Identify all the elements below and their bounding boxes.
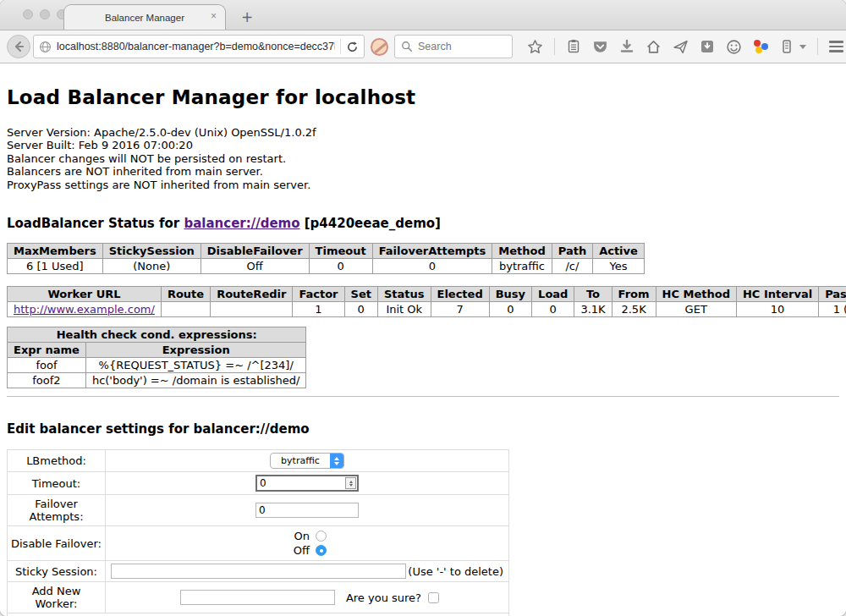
table-cell: 3.1K	[574, 302, 612, 317]
tab-balancer-manager[interactable]: Balancer Manager ×	[63, 4, 226, 30]
off-radio[interactable]	[316, 545, 327, 556]
home-icon[interactable]	[645, 39, 662, 55]
navigation-toolbar: localhost:8880/balancer-manager?b=demo&n…	[0, 30, 846, 63]
table-cell: 0	[489, 302, 531, 317]
disable-failover-on-option: On	[109, 529, 505, 543]
bookmark-star-icon[interactable]	[527, 39, 543, 55]
content-blocked-icon[interactable]	[371, 38, 388, 56]
feedback-smiley-icon[interactable]	[726, 39, 742, 55]
close-window-button[interactable]	[23, 9, 33, 19]
health-header-row: Expr name Expression	[8, 343, 306, 358]
are-you-sure-checkbox[interactable]	[428, 592, 439, 603]
save-page-icon[interactable]	[700, 39, 715, 54]
lbmethod-selected-value: bytraffic	[271, 455, 330, 466]
column-header: Worker URL	[8, 287, 162, 302]
loadbalancer-status-heading: LoadBalancer Status for balancer://demo …	[7, 216, 839, 231]
table-cell: /c/	[552, 259, 592, 274]
add-worker-label: Add New Worker:	[8, 582, 106, 613]
browser-window: Balancer Manager × + localhost:8880/bala…	[0, 0, 846, 616]
table-cell: http://www.example.com/	[8, 302, 162, 317]
back-button[interactable]	[7, 35, 30, 58]
table-cell: %{REQUEST_STATUS} =~ /^[234]/	[85, 358, 306, 373]
table-cell: Init Ok	[377, 302, 431, 317]
column-header: Method	[492, 244, 552, 259]
window-controls	[23, 9, 67, 19]
table-cell: Off	[201, 259, 309, 274]
table-cell: 1	[293, 302, 344, 317]
reading-list-icon[interactable]	[566, 39, 581, 54]
on-radio[interactable]	[316, 531, 327, 542]
column-header: Status	[377, 287, 431, 302]
column-header: StickySession	[102, 244, 201, 259]
column-header: Passes	[819, 287, 846, 302]
add-worker-input[interactable]	[180, 590, 335, 605]
notebook-extension-icon[interactable]	[779, 39, 794, 54]
search-placeholder: Search	[418, 41, 452, 52]
form-row-failover-attempts: Failover Attempts:	[8, 495, 509, 526]
status-heading-prefix: LoadBalancer Status for	[7, 216, 184, 231]
toolbar-divider	[817, 38, 818, 55]
worker-data-row: http://www.example.com/ 1 0 Init Ok 7 0 …	[8, 302, 846, 317]
column-header: DisableFailover	[201, 244, 309, 259]
column-header: FailoverAttempts	[372, 244, 492, 259]
form-row-sticky-session: Sticky Session: (Use '-' to delete)	[8, 561, 509, 582]
failover-attempts-label: Failover Attempts:	[8, 495, 106, 526]
column-header: HC Method	[656, 287, 736, 302]
column-header: MaxMembers	[8, 244, 103, 259]
lbmethod-select[interactable]: bytraffic	[270, 453, 344, 469]
status-heading-suffix: [p4420eeae_demo]	[300, 216, 441, 231]
column-header: Busy	[489, 287, 531, 302]
persist-note-line: Balancer changes will NOT be persisted o…	[7, 152, 839, 165]
tab-close-icon[interactable]: ×	[211, 11, 217, 21]
table-cell	[161, 302, 210, 317]
table-cell: 6 [1 Used]	[8, 259, 103, 274]
table-cell: (None)	[102, 259, 201, 274]
table-cell: 7	[431, 302, 489, 317]
new-tab-button[interactable]: +	[238, 8, 256, 25]
column-header: RouteRedir	[211, 287, 293, 302]
url-bar[interactable]: localhost:8880/balancer-manager?b=demo&n…	[33, 35, 365, 58]
table-cell: foof	[8, 358, 86, 373]
colored-dots-extension-icon[interactable]	[753, 39, 768, 54]
minimize-window-button[interactable]	[40, 9, 50, 19]
url-text[interactable]: localhost:8880/balancer-manager?b=demo&n…	[57, 41, 335, 52]
worker-url-link[interactable]: http://www.example.com/	[14, 303, 155, 316]
chevron-down-icon[interactable]	[799, 45, 806, 49]
form-row-timeout: Timeout:	[8, 472, 509, 495]
menu-icon[interactable]	[829, 41, 843, 52]
column-header: Factor	[293, 287, 344, 302]
edit-balancer-heading: Edit balancer settings for balancer://de…	[7, 421, 839, 437]
column-header: Timeout	[309, 244, 372, 259]
pocket-icon[interactable]	[592, 39, 608, 55]
balancer-header-row: MaxMembers StickySession DisableFailover…	[8, 244, 645, 259]
section-divider	[7, 396, 839, 397]
toolbar-icons	[527, 38, 846, 55]
disable-failover-label: Disable Failover:	[8, 526, 106, 561]
table-cell: 10	[736, 302, 818, 317]
downloads-icon[interactable]	[619, 39, 634, 54]
health-title-row: Health check cond. expressions:	[8, 327, 306, 343]
back-arrow-icon	[13, 41, 25, 52]
table-cell: hc('body') =~ /domain is established/	[85, 373, 306, 388]
timeout-input[interactable]	[255, 475, 359, 492]
send-tab-icon[interactable]	[673, 39, 689, 55]
table-cell: GET	[656, 302, 736, 317]
form-row-disable-failover: Disable Failover: On Off	[8, 526, 509, 561]
globe-icon	[39, 41, 52, 53]
are-you-sure-label: Are you sure?	[346, 591, 421, 604]
toolbar-divider	[554, 38, 555, 55]
off-label: Off	[288, 544, 310, 557]
reload-icon[interactable]	[346, 41, 359, 53]
number-spinner-icon[interactable]	[345, 477, 356, 489]
column-header: Elected	[431, 287, 489, 302]
balancer-data-row: 6 [1 Used] (None) Off 0 0 bytraffic /c/ …	[8, 259, 645, 274]
search-bar[interactable]: Search	[394, 35, 513, 58]
table-cell: 1 (0)	[819, 302, 846, 317]
column-header: Path	[552, 244, 592, 259]
server-built-line: Server Built: Feb 9 2016 07:00:20	[7, 139, 839, 151]
failover-attempts-input[interactable]	[255, 503, 359, 518]
balancer-demo-link[interactable]: balancer://demo	[184, 216, 299, 231]
page-content: Load Balancer Manager for localhost Serv…	[0, 63, 846, 616]
sticky-session-input[interactable]	[111, 564, 406, 579]
select-stepper-icon	[330, 453, 343, 469]
